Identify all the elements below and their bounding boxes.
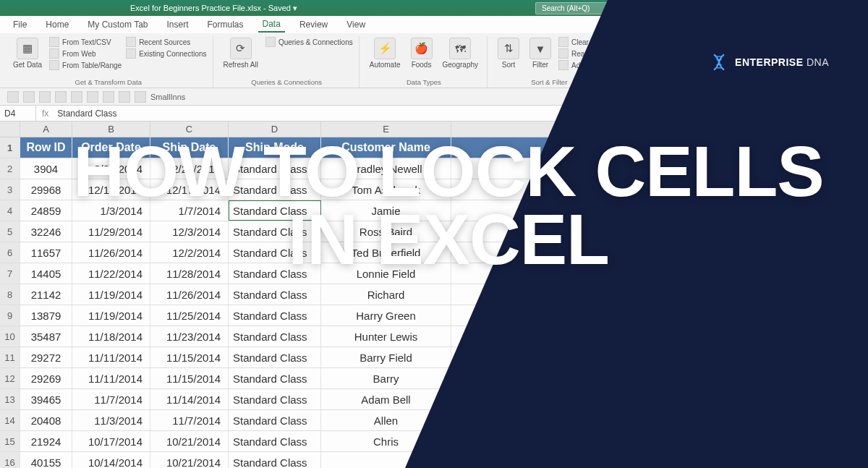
qat-icon[interactable]	[119, 91, 130, 103]
cell[interactable]: Standard Class	[229, 410, 321, 430]
tab-custom[interactable]: My Custom Tab	[83, 17, 152, 32]
cell[interactable]: 11/19/2014	[72, 305, 150, 326]
cell[interactable]: 29269	[20, 368, 72, 388]
qat-icon[interactable]	[103, 91, 114, 103]
row-header[interactable]: 9	[0, 305, 20, 326]
cell[interactable]: Standard Class	[229, 179, 321, 200]
advanced-button[interactable]: Advanced	[558, 59, 603, 71]
cell[interactable]: 2/25/2014	[150, 158, 229, 179]
formula-bar[interactable]: Standard Class	[54, 109, 868, 119]
cell[interactable]: 11/19/2014	[72, 284, 150, 305]
cell[interactable]: 10/21/2014	[150, 452, 229, 468]
from-text-button[interactable]: From Text/CSV	[49, 36, 122, 48]
cell[interactable]: 11/3/2014	[72, 410, 150, 430]
cell[interactable]: 11/26/2014	[72, 242, 150, 263]
qat-icon[interactable]	[39, 91, 51, 103]
cell[interactable]: Barry Field	[321, 347, 451, 367]
cell[interactable]: Jamie	[321, 200, 451, 221]
cell[interactable]: 11/29/2014	[72, 221, 150, 242]
filter-button[interactable]: ▼Filter	[527, 36, 554, 70]
cell[interactable]: 10/21/2014	[150, 431, 229, 451]
cell[interactable]: Standard Class	[229, 242, 321, 263]
tab-file[interactable]: File	[9, 17, 31, 32]
foods-button[interactable]: 🍎Foods	[408, 36, 435, 70]
reapply-button[interactable]: Reapply	[558, 48, 603, 59]
cell[interactable]: 32246	[20, 221, 72, 242]
cell[interactable]: Standard Class	[229, 452, 321, 468]
cell[interactable]: 11/18/2014	[72, 326, 150, 346]
tab-data[interactable]: Data	[258, 17, 285, 33]
cell[interactable]: 29272	[20, 347, 72, 367]
tab-review[interactable]: Review	[295, 17, 332, 32]
cell[interactable]: 12/14/2014	[72, 179, 150, 200]
col-header-a[interactable]: A	[20, 122, 72, 137]
tab-home[interactable]: Home	[41, 17, 73, 32]
cell[interactable]: 29968	[20, 179, 72, 200]
cell[interactable]: 12/17/2014	[150, 179, 229, 200]
refresh-all-button[interactable]: ⟳ Refresh All	[221, 36, 261, 70]
cell[interactable]: 11657	[20, 242, 72, 263]
sort-button[interactable]: ⇅Sort	[495, 36, 522, 70]
col-header-b[interactable]: B	[72, 122, 150, 137]
cell[interactable]: 11/28/2014	[150, 263, 229, 284]
qat-icon[interactable]	[55, 91, 67, 103]
cell[interactable]: Standard Class	[229, 158, 321, 179]
qat-icon[interactable]	[23, 91, 35, 103]
row-header[interactable]: 16	[0, 452, 20, 468]
cell[interactable]: Standard Class	[229, 284, 321, 305]
cell[interactable]: Barry	[321, 368, 451, 388]
cell[interactable]: 39465	[20, 389, 72, 409]
row-header[interactable]: 11	[0, 347, 20, 367]
worksheet[interactable]: A B C D E 1 Row ID Order Date Ship Date …	[0, 122, 868, 468]
cell[interactable]: 11/26/2014	[150, 284, 229, 305]
search-input[interactable]: Search (Alt+Q)	[535, 2, 738, 14]
from-table-button[interactable]: From Table/Range	[49, 59, 122, 71]
cell[interactable]: Standard Class	[229, 389, 321, 409]
row-header[interactable]: 13	[0, 389, 20, 409]
cell[interactable]: Standard Class	[229, 200, 321, 221]
row-header[interactable]: 7	[0, 263, 20, 284]
cell[interactable]: Allen	[321, 410, 451, 430]
cell[interactable]: Hunter Lewis	[321, 326, 451, 346]
cell[interactable]: 11/14/2014	[150, 389, 229, 409]
cell[interactable]: Ted Butterfield	[321, 242, 451, 263]
th-ship-date[interactable]: Ship Date	[150, 137, 229, 158]
existing-connections-button[interactable]: Existing Connections	[126, 48, 206, 59]
tab-insert[interactable]: Insert	[163, 17, 193, 32]
cell[interactable]: 10/17/2014	[72, 431, 150, 451]
cell[interactable]: Standard Class	[229, 431, 321, 451]
col-header-d[interactable]: D	[229, 122, 321, 137]
row-header[interactable]: 5	[0, 221, 20, 242]
cell[interactable]: Richard	[321, 284, 451, 305]
col-header-c[interactable]: C	[150, 122, 229, 137]
cell[interactable]: 1/7/2014	[150, 200, 229, 221]
cell[interactable]: 40155	[20, 452, 72, 468]
th-ship-mode[interactable]: Ship Mode	[229, 137, 321, 158]
cell[interactable]: 11/23/2014	[150, 326, 229, 346]
cell[interactable]: 20408	[20, 410, 72, 430]
from-web-button[interactable]: From Web	[49, 48, 122, 59]
clear-button[interactable]: Clear	[558, 36, 603, 48]
cell[interactable]: Tom Ashbrook	[321, 179, 451, 200]
row-header[interactable]: 4	[0, 200, 20, 221]
cell[interactable]: Bradley Newell	[321, 158, 451, 179]
cell[interactable]: Standard Class	[229, 305, 321, 326]
qat-icon[interactable]	[71, 91, 82, 103]
cell[interactable]: 11/7/2014	[150, 410, 229, 430]
tab-view[interactable]: View	[342, 17, 370, 32]
cell[interactable]: 21142	[20, 284, 72, 305]
get-data-button[interactable]: ▦ Get Data	[10, 36, 45, 70]
qat-icon[interactable]	[7, 91, 19, 103]
cell[interactable]: 21924	[20, 431, 72, 451]
col-header-e[interactable]: E	[321, 122, 451, 137]
cell[interactable]: Ross Baird	[321, 221, 451, 242]
cell[interactable]: 11/11/2014	[72, 347, 150, 367]
cell[interactable]	[321, 452, 451, 468]
row-header[interactable]: 12	[0, 368, 20, 388]
th-order-date[interactable]: Order Date	[72, 137, 150, 158]
cell[interactable]: 11/25/2014	[150, 305, 229, 326]
cell[interactable]: Adam Bell	[321, 389, 451, 409]
cell[interactable]: 11/7/2014	[72, 389, 150, 409]
row-header[interactable]: 10	[0, 326, 20, 346]
cell[interactable]: Standard Class	[229, 347, 321, 367]
